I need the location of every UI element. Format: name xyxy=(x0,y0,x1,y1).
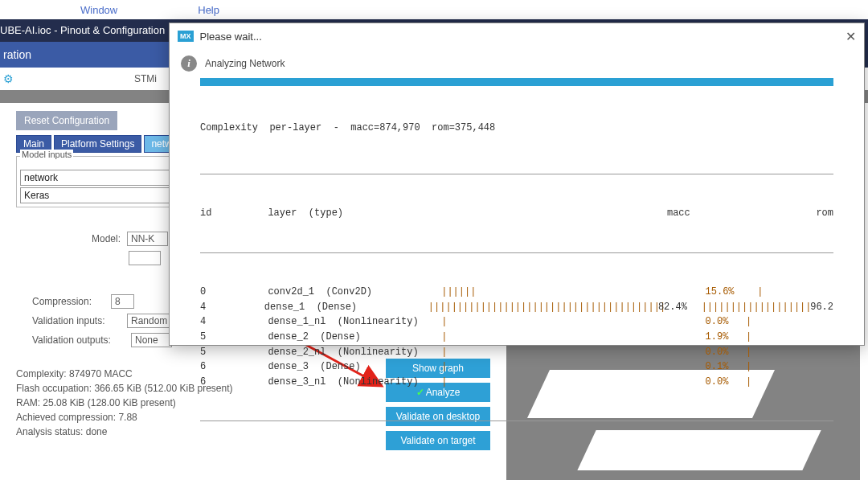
reset-configuration-button[interactable]: Reset Configuration xyxy=(16,111,117,130)
validation-outputs-label: Validation outputs: xyxy=(32,334,125,346)
info-icon: i xyxy=(181,55,197,72)
validation-outputs-select[interactable]: None xyxy=(131,333,172,347)
tiny-input[interactable] xyxy=(129,251,161,265)
close-icon[interactable]: ✕ xyxy=(845,29,856,44)
model-inputs-legend: Model inputs xyxy=(20,150,73,159)
report-row: 6dense_3 (Dense)|0.1% | xyxy=(200,359,833,375)
analysis-report: Complexity per-layer - macc=874,970 rom=… xyxy=(200,91,833,480)
model-label: Model: xyxy=(16,233,121,244)
network-input[interactable]: network xyxy=(20,170,173,186)
validation-inputs-label: Validation inputs: xyxy=(32,315,121,326)
keras-input[interactable]: Keras xyxy=(20,187,173,203)
menu-window[interactable]: Window xyxy=(80,4,117,16)
col-rom-header: rom xyxy=(796,206,833,221)
section-title: ration xyxy=(0,42,169,68)
report-row: 4dense_1_nl (Nonlinearity)|0.0% | xyxy=(200,314,833,330)
dialog-title: Please wait... xyxy=(200,31,262,43)
report-row: 5dense_2_nl (Nonlinearity)|0.0% | xyxy=(200,345,833,360)
please-wait-dialog: MX Please wait... ✕ i Analyzing Network … xyxy=(169,23,865,346)
analyzing-label: Analyzing Network xyxy=(205,58,285,69)
mx-badge-icon: MX xyxy=(178,31,194,42)
report-row: 5dense_2 (Dense)|1.9% | xyxy=(200,330,833,345)
progress-bar-top xyxy=(200,78,833,86)
gear-icon[interactable]: ⚙ xyxy=(3,72,14,85)
stmi-label: STMi xyxy=(134,73,157,84)
menu-help[interactable]: Help xyxy=(198,4,219,16)
report-row: 6dense_3_nl (Nonlinearity)|0.0% | xyxy=(200,375,833,390)
report-header-line: Complexity per-layer - macc=874,970 rom=… xyxy=(200,121,833,136)
col-layer-header: layer (type) xyxy=(268,206,441,221)
col-id-header: id xyxy=(200,206,268,221)
compression-label: Compression: xyxy=(32,296,104,307)
col-macc-header: macc xyxy=(637,206,690,221)
compression-select[interactable]: 8 xyxy=(111,294,134,309)
model-value[interactable]: NN-K xyxy=(127,232,168,246)
report-row: 4dense_1 (Dense)||||||||||||||||||||||||… xyxy=(200,300,833,315)
report-row: 0conv2d_1 (Conv2D)||||||15.6% | xyxy=(200,285,833,300)
